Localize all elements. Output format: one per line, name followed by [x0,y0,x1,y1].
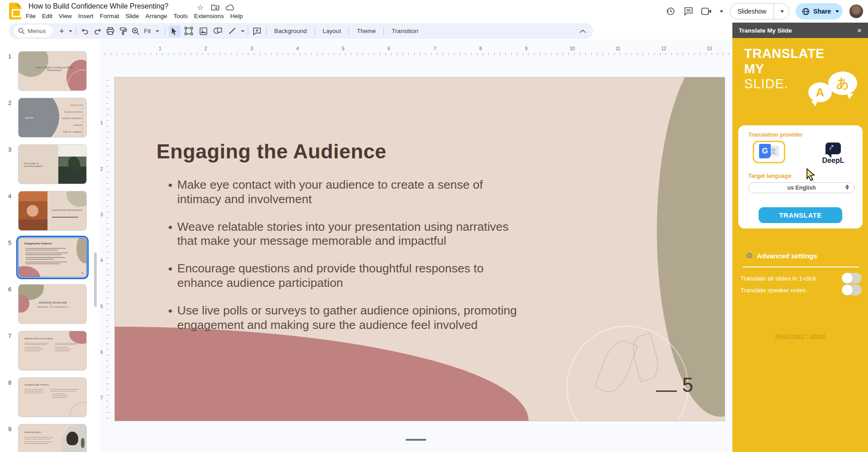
panel-divider [743,266,859,267]
star-icon[interactable]: ☆ [196,3,205,12]
google-translate-icon[interactable]: 文G [753,141,785,163]
search-menus-button[interactable]: Menus [14,25,52,37]
slide-4-thumbnail[interactable]: overcoming nervousness [18,191,87,231]
toggle-speaker-notes-label: Translate speaker notes [741,287,806,294]
line-icon[interactable] [226,25,238,37]
filmstrip-scrollbar[interactable] [94,252,97,307]
horizontal-ruler: 1 2 3 4 5 6 7 8 9 10 11 12 13 [104,48,730,55]
main-toolbar: Menus + Fit [9,23,593,39]
share-dropdown-caret[interactable] [835,10,839,13]
account-avatar[interactable] [849,4,863,19]
transition-button[interactable]: Transition [387,26,423,36]
line-dropdown-caret[interactable] [241,30,245,32]
menu-arrange[interactable]: Arrange [142,11,170,21]
slide-1-thumbnail[interactable]: How to Build Confidence While Presenting… [18,51,87,91]
version-history-icon[interactable] [665,5,676,17]
layout-button[interactable]: Layout [318,26,346,36]
comments-icon[interactable] [683,5,694,17]
menu-format[interactable]: Format [97,11,123,21]
zoom-icon[interactable] [130,25,142,37]
about-link[interactable]: About [810,333,825,339]
slides-logo[interactable] [9,3,21,19]
menu-extensions[interactable]: Extensions [191,11,227,21]
slide-title[interactable]: Engaging the Audience [156,140,387,163]
menu-slide[interactable]: Slide [123,11,142,21]
slide-filmstrip: 1 How to Build Confidence While Presenti… [0,40,99,452]
new-slide-caret[interactable] [69,30,72,32]
present-camera-icon[interactable] [701,5,712,17]
slide-8-thumbnail[interactable]: navigating q&a sessions [18,377,87,417]
menu-view[interactable]: View [56,11,75,21]
bullet-3: Encourage questions and provide thoughtf… [168,262,519,290]
translate-button[interactable]: TRANSLATE [759,207,842,223]
slide-9-thumbnail[interactable]: speaking impact [18,424,87,452]
bullet-1: Make eye contact with your audience to c… [168,178,519,207]
slide-7-thumbnail[interactable]: effective delivery techniques [18,331,87,371]
advanced-settings[interactable]: ⚙ Advanced settings [746,251,817,261]
translate-my-slide-panel: Translate My Slide × TRANSLATE MY SLIDE.… [732,23,868,452]
page-number: 5 [682,374,693,396]
document-title[interactable]: How to Build Confidence While Presenting… [28,2,169,10]
slide-body-text[interactable]: Make eye contact with your audience to c… [168,178,519,345]
slideshow-button[interactable]: Slideshow [730,8,774,15]
menu-help[interactable]: Help [227,11,246,21]
slide-canvas-area: 1 2 3 4 5 6 7 8 9 10 11 12 13 1 2 3 4 5 … [99,40,732,452]
menu-bar: File Edit View Insert Format Slide Arran… [23,11,246,21]
slide-9-number: 9 [8,426,11,433]
slide-6-number: 6 [8,286,11,293]
slide-3-thumbnail[interactable]: the power of communication [18,144,87,184]
slideshow-dropdown[interactable] [774,3,789,19]
menu-edit[interactable]: Edit [39,11,56,21]
share-button[interactable]: Share [796,3,843,19]
slide-8-number: 8 [8,379,11,386]
provider-label: Translation provider [748,132,802,138]
need-help-link[interactable]: Need help? [775,333,806,339]
redo-button[interactable] [92,25,104,37]
collapse-toolbar-chevron[interactable] [577,25,589,37]
slideshow-button-group: Slideshow [730,3,789,19]
toggle-all-slides-label: Translate all slides in 1-click [741,275,816,282]
select-arrows-icon [845,185,849,190]
slide-3-number: 3 [8,146,11,153]
camera-dropdown-caret[interactable] [720,10,723,13]
deepl-icon[interactable]: DeepL [813,141,854,166]
translate-card: Translation provider 文G DeepL Target lan… [738,125,863,228]
panel-header: Translate My Slide × [732,23,868,38]
slide-4-number: 4 [8,193,11,200]
move-folder-icon[interactable] [211,3,220,12]
current-slide[interactable]: Engaging the Audience Make eye contact w… [114,77,725,421]
undo-button[interactable] [79,25,91,37]
slide-2-thumbnail[interactable]: agenda INTRODUCTION3 BUILDING CONFIDENCE… [18,98,87,138]
close-icon[interactable]: × [857,27,862,34]
slide-6-thumbnail[interactable]: selecting visual aids ENHANCING YOUR PRE… [18,284,87,324]
select-cursor-tool[interactable] [169,25,180,37]
slide-5-thumbnail-selected[interactable]: Engaging the Audience 5 [18,238,87,277]
menu-file[interactable]: File [23,11,39,21]
print-icon[interactable] [104,25,116,37]
page-number-dash [656,390,677,392]
panel-title: Translate My Slide [739,27,792,34]
insert-comment-icon[interactable] [251,25,263,37]
background-button[interactable]: Background [270,26,311,36]
toggle-all-slides-switch[interactable] [842,273,862,284]
target-language-select[interactable]: us English [748,182,855,193]
menu-tools[interactable]: Tools [170,11,191,21]
paint-format-icon[interactable] [117,25,129,37]
theme-button[interactable]: Theme [352,26,380,36]
toggle-speaker-notes-switch[interactable] [842,285,862,295]
zoom-select[interactable]: Fit [142,28,162,34]
translate-bubble-cjk-icon: あ [828,71,857,95]
shape-icon[interactable] [212,25,224,37]
speaker-notes-resize-handle[interactable] [406,439,426,441]
slide-2-number: 2 [8,100,11,106]
bullet-2: Weave relatable stories into your presen… [168,220,519,249]
menu-insert[interactable]: Insert [75,11,97,21]
textbox-icon[interactable] [183,25,195,37]
vertical-ruler: 1 2 3 4 5 6 7 [101,77,108,421]
mouse-cursor [806,168,817,182]
cloud-saved-icon[interactable] [226,3,235,12]
new-slide-button[interactable]: + [56,25,68,37]
panel-footer-links: Need help? | About [732,333,868,339]
image-icon[interactable] [198,25,209,37]
slide-5-number: 5 [8,239,11,246]
